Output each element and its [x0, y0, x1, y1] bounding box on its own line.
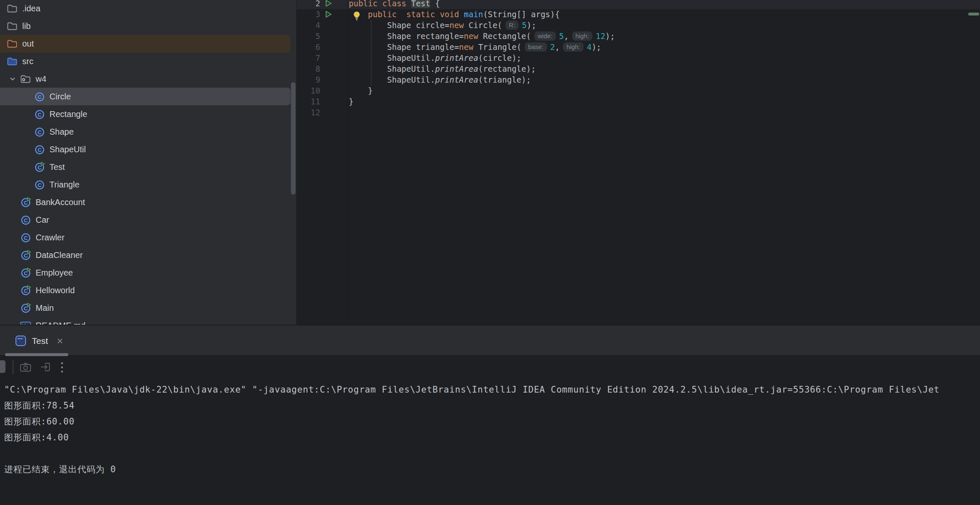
- code-line-2[interactable]: public class Test {: [349, 0, 440, 9]
- code-token: Test: [411, 0, 430, 8]
- chevron-down-icon[interactable]: [6, 73, 19, 85]
- class-icon: C: [33, 179, 46, 190]
- tree-item-triangle[interactable]: CTriangle: [0, 176, 297, 193]
- tree-item-readme-md[interactable]: README.md: [0, 317, 297, 325]
- line-number: 7: [297, 52, 320, 63]
- run-line-icon[interactable]: [324, 10, 333, 18]
- code-token: ShapeUtil.: [349, 75, 435, 84]
- svg-text:C: C: [37, 182, 41, 188]
- inlay-hint: base:: [525, 42, 547, 52]
- line-number: 12: [297, 107, 320, 118]
- tree-item-label: Rectangle: [49, 109, 87, 119]
- class-run-icon: C: [19, 267, 32, 279]
- code-token: [435, 10, 440, 19]
- code-token: }: [349, 97, 353, 106]
- tree-item-shape[interactable]: CShape: [0, 123, 297, 141]
- tree-item-label: lib: [22, 21, 31, 31]
- tree-item-lib[interactable]: lib: [0, 17, 297, 35]
- tree-item-label: src: [22, 57, 34, 66]
- class-run-icon: C: [19, 249, 32, 261]
- console-output[interactable]: "C:\Program Files\Java\jdk-22\bin\java.e…: [4, 382, 940, 477]
- inlay-hint: high:: [572, 31, 593, 41]
- gutter-row: 8: [297, 63, 347, 74]
- project-tree-scrollbar-thumb[interactable]: [291, 82, 296, 195]
- line-number: 6: [297, 42, 320, 52]
- tree-item-label: ShapeUtil: [49, 145, 86, 154]
- folder-source-icon: [6, 55, 18, 67]
- code-token: public class: [349, 0, 411, 8]
- run-tab-label: Test: [32, 336, 48, 346]
- more-options-kebab-icon[interactable]: [60, 361, 65, 373]
- project-tree-panel[interactable]: .idealiboutsrcw4CCircleCRectangleCShapeC…: [0, 0, 297, 325]
- tree-item-helloworld[interactable]: CHelloworld: [0, 281, 297, 299]
- gutter-row: 6: [297, 42, 347, 52]
- gutter-row: 2: [297, 0, 347, 9]
- tree-item-test[interactable]: CTest: [0, 158, 297, 176]
- run-line-icon[interactable]: [324, 0, 333, 8]
- code-token: void: [440, 10, 459, 19]
- code-line-4[interactable]: Shape circle=new Circle(R:5);: [349, 20, 536, 31]
- code-token: 2: [550, 42, 555, 52]
- code-token: (triangle);: [478, 75, 531, 84]
- code-token: static: [406, 10, 435, 19]
- code-line-9[interactable]: ShapeUtil.printArea(triangle);: [349, 74, 531, 85]
- gutter-row: 12: [297, 107, 347, 118]
- code-token: {: [430, 0, 440, 8]
- svg-text:C: C: [37, 147, 41, 153]
- code-line-5[interactable]: Shape rectangle=new Rectangle(wide:5,hig…: [349, 31, 615, 42]
- indent-guide: [371, 20, 371, 86]
- code-token: }: [349, 86, 373, 95]
- left-edge-scrollbar-thumb[interactable]: [0, 360, 5, 373]
- tree-item-bankaccount[interactable]: CBankAccount: [0, 193, 297, 211]
- folder-icon: [6, 3, 18, 14]
- code-line-3[interactable]: public static void main(String[] args){: [349, 9, 560, 20]
- close-tab-icon[interactable]: [56, 337, 64, 345]
- tree-item-employee[interactable]: CEmployee: [0, 264, 297, 281]
- package-icon: [19, 73, 32, 85]
- intention-bulb-icon[interactable]: [352, 11, 361, 21]
- gutter-row: 11: [297, 96, 347, 107]
- camera-icon[interactable]: [19, 361, 32, 373]
- line-number: 8: [297, 63, 320, 74]
- active-tab-underline: [5, 353, 68, 356]
- code-line-6[interactable]: Shape triangle=new Triangle(base:2,high:…: [349, 42, 601, 52]
- tree-item-label: Circle: [49, 92, 71, 102]
- code-token: printArea: [435, 75, 478, 84]
- scrollbar-caret-marker[interactable]: [968, 13, 979, 16]
- code-token: Triangle(: [473, 42, 521, 52]
- tree-item-out[interactable]: out: [0, 35, 297, 52]
- line-number: 5: [297, 31, 320, 42]
- tree-item-label: out: [22, 39, 34, 49]
- ide-window: .idealiboutsrcw4CCircleCRectangleCShapeC…: [0, 0, 980, 505]
- class-icon: C: [33, 91, 46, 102]
- tree-item-label: Helloworld: [36, 286, 75, 295]
- tree-item-label: Triangle: [49, 180, 80, 190]
- code-token: printArea: [435, 64, 478, 73]
- code-editor[interactable]: 23456789101112 public class Test { publi…: [297, 0, 980, 325]
- code-token: Shape circle=: [349, 21, 449, 30]
- tree-item-crawler[interactable]: CCrawler: [0, 229, 297, 246]
- code-token: new: [449, 21, 464, 30]
- tree-item--idea[interactable]: .idea: [0, 0, 297, 17]
- run-tab-test[interactable]: Test: [15, 335, 64, 346]
- class-run-icon: C: [19, 284, 32, 296]
- line-number: 3: [297, 9, 320, 20]
- tree-item-src[interactable]: src: [0, 52, 297, 70]
- gutter-row: 9: [297, 74, 347, 85]
- code-line-10[interactable]: }: [349, 85, 373, 96]
- code-line-7[interactable]: ShapeUtil.printArea(circle);: [349, 52, 521, 63]
- tree-item-w4[interactable]: w4: [0, 70, 297, 88]
- tree-item-circle[interactable]: CCircle: [0, 88, 297, 105]
- inlay-hint: wide:: [534, 31, 556, 41]
- tree-item-car[interactable]: CCar: [0, 211, 297, 229]
- tree-item-rectangle[interactable]: CRectangle: [0, 105, 297, 123]
- code-token: ShapeUtil.: [349, 53, 435, 62]
- code-line-11[interactable]: }: [349, 96, 353, 107]
- code-token: main: [464, 10, 483, 19]
- exit-icon[interactable]: [40, 361, 52, 373]
- code-line-8[interactable]: ShapeUtil.printArea(rectangle);: [349, 63, 536, 74]
- class-icon: C: [33, 108, 46, 120]
- tree-item-shapeutil[interactable]: CShapeUtil: [0, 141, 297, 158]
- tree-item-main[interactable]: CMain: [0, 299, 297, 317]
- tree-item-datacleaner[interactable]: CDataCleaner: [0, 246, 297, 264]
